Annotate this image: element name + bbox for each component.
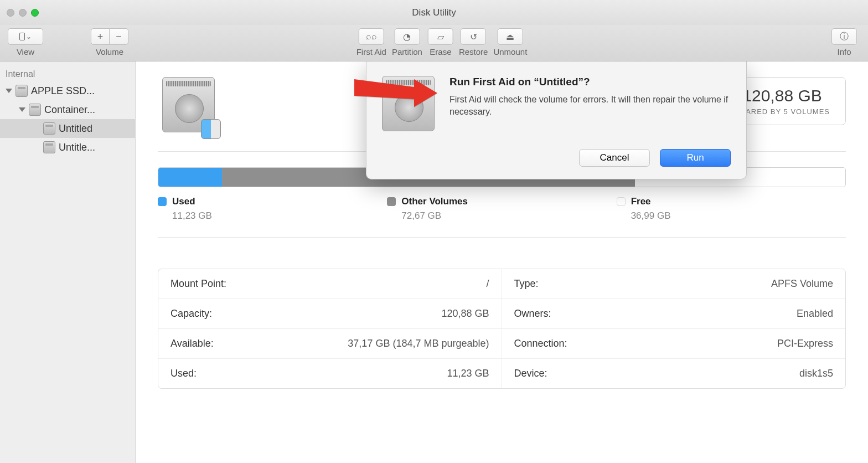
toolbar: ⌄ View + − Volume ⌕⌕ First Aid ◔ Partiti… bbox=[0, 25, 868, 61]
sidebar-item-apple-ssd[interactable]: APPLE SSD... bbox=[0, 81, 135, 100]
legend-free-value: 36,99 GB bbox=[631, 210, 846, 222]
sidebar-item-label: APPLE SSD... bbox=[31, 85, 95, 97]
info-icon: ⓘ bbox=[840, 31, 849, 43]
run-button[interactable]: Run bbox=[660, 149, 731, 167]
disclosure-triangle-icon[interactable] bbox=[19, 107, 25, 112]
sidebar-item-label: Untitled bbox=[59, 123, 92, 135]
disk-icon bbox=[29, 104, 41, 116]
erase-icon: ▱ bbox=[437, 32, 444, 42]
swatch-free bbox=[617, 197, 626, 206]
disk-icon bbox=[43, 122, 55, 135]
cancel-button[interactable]: Cancel bbox=[579, 149, 650, 167]
main-content: 120,88 GB SHARED BY 5 VOLUMES Used 11,23… bbox=[136, 61, 868, 463]
legend-used-value: 11,23 GB bbox=[172, 210, 387, 222]
info-row-capacity: Capacity:120,88 GB bbox=[158, 299, 502, 329]
annotation-arrow bbox=[354, 74, 437, 115]
info-button[interactable]: ⓘ Info bbox=[831, 28, 857, 56]
sidebar-item-container[interactable]: Container... bbox=[0, 100, 135, 119]
disclosure-triangle-icon[interactable] bbox=[6, 89, 12, 93]
stethoscope-icon: ⌕⌕ bbox=[366, 32, 377, 42]
dialog-title: Run First Aid on “Untitled”? bbox=[450, 76, 731, 88]
window-title: Disk Utility bbox=[412, 7, 456, 18]
dialog-body: First Aid will check the volume for erro… bbox=[450, 94, 731, 117]
first-aid-button[interactable]: ⌕⌕ First Aid bbox=[356, 28, 386, 56]
sidebar-header-internal: Internal bbox=[0, 67, 135, 81]
info-label: Info bbox=[837, 47, 851, 56]
swatch-used bbox=[158, 197, 167, 206]
first-aid-label: First Aid bbox=[356, 47, 386, 56]
capacity-value: 120,88 GB bbox=[735, 86, 830, 105]
restore-label: Restore bbox=[459, 47, 488, 56]
usage-legend: Used 11,23 GB Other Volumes 72,67 GB Fre… bbox=[158, 196, 846, 222]
volume-segmented: + − bbox=[91, 28, 128, 45]
disk-icon bbox=[16, 85, 28, 97]
minimize-window-button[interactable] bbox=[19, 9, 27, 17]
sidebar-item-label: Container... bbox=[44, 104, 95, 116]
info-row-type: Type:APFS Volume bbox=[502, 269, 846, 299]
sidebar-item-label: Untitle... bbox=[59, 142, 95, 153]
info-row-available: Available:37,17 GB (184,7 MB purgeable) bbox=[158, 329, 502, 359]
usage-segment-used bbox=[158, 168, 222, 187]
svg-marker-0 bbox=[354, 79, 437, 107]
legend-other-label: Other Volumes bbox=[401, 196, 468, 207]
swatch-other bbox=[387, 197, 396, 206]
sidebar: Internal APPLE SSD... Container... Untit… bbox=[0, 61, 136, 463]
erase-button[interactable]: ▱ Erase bbox=[428, 28, 453, 56]
remove-volume-button[interactable]: − bbox=[110, 28, 128, 45]
view-button[interactable]: ⌄ View bbox=[8, 28, 43, 56]
sidebar-item-untitled[interactable]: Untitled bbox=[0, 119, 135, 138]
partition-label: Partition bbox=[392, 47, 422, 56]
close-window-button[interactable] bbox=[7, 9, 14, 17]
sidebar-icon bbox=[19, 33, 25, 40]
zoom-window-button[interactable] bbox=[31, 9, 39, 17]
shared-volumes-label: SHARED BY 5 VOLUMES bbox=[735, 107, 830, 116]
info-table: Mount Point:/ Type:APFS Volume Capacity:… bbox=[158, 269, 846, 389]
eject-icon: ⏏ bbox=[506, 32, 514, 42]
partition-button[interactable]: ◔ Partition bbox=[392, 28, 422, 56]
unmount-button[interactable]: ⏏ Unmount bbox=[493, 28, 527, 56]
erase-label: Erase bbox=[430, 47, 451, 56]
info-row-used: Used:11,23 GB bbox=[158, 359, 502, 388]
info-row-owners: Owners:Enabled bbox=[502, 299, 846, 329]
legend-used-label: Used bbox=[172, 196, 195, 207]
info-row-connection: Connection:PCI-Express bbox=[502, 329, 846, 359]
restore-button[interactable]: ↺ Restore bbox=[459, 28, 488, 56]
window-controls bbox=[7, 9, 39, 17]
restore-icon: ↺ bbox=[470, 32, 477, 42]
legend-other-value: 72,67 GB bbox=[401, 210, 616, 222]
info-row-device: Device:disk1s5 bbox=[502, 359, 846, 388]
unmount-label: Unmount bbox=[493, 47, 527, 56]
legend-free-label: Free bbox=[631, 196, 651, 207]
volume-label: Volume bbox=[96, 47, 123, 56]
info-row-mount-point: Mount Point:/ bbox=[158, 269, 502, 299]
view-label: View bbox=[17, 47, 34, 56]
pie-icon: ◔ bbox=[403, 32, 411, 42]
divider bbox=[158, 237, 846, 238]
sidebar-item-untitled-2[interactable]: Untitle... bbox=[0, 138, 135, 157]
titlebar: Disk Utility bbox=[0, 0, 868, 25]
chevron-down-icon: ⌄ bbox=[26, 33, 32, 40]
disk-icon bbox=[43, 141, 55, 153]
add-volume-button[interactable]: + bbox=[91, 28, 110, 45]
volume-big-icon bbox=[162, 77, 218, 138]
finder-badge-icon bbox=[201, 119, 221, 139]
